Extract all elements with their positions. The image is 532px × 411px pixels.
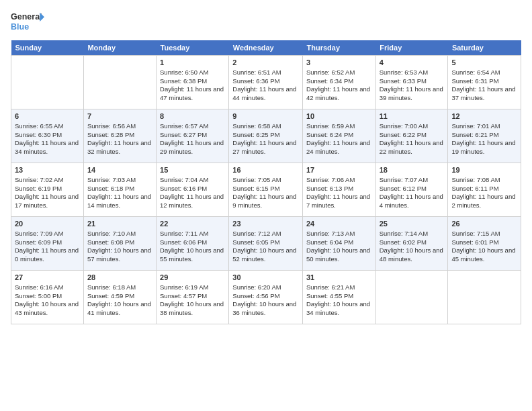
day-info: Sunset: 6:05 PM bbox=[232, 238, 299, 247]
day-number: 30 bbox=[232, 273, 299, 283]
day-info: Daylight: 11 hours and 29 minutes. bbox=[160, 139, 225, 156]
day-info: Daylight: 10 hours and 50 minutes. bbox=[306, 246, 372, 264]
day-info: Daylight: 10 hours and 55 minutes. bbox=[160, 246, 225, 264]
calendar-cell: 9Sunrise: 6:58 AMSunset: 6:25 PMDaylight… bbox=[229, 109, 303, 163]
day-number: 2 bbox=[232, 58, 299, 68]
calendar-cell: 5Sunrise: 6:54 AMSunset: 6:31 PMDaylight… bbox=[448, 56, 521, 109]
weekday-header-sunday: Sunday bbox=[11, 40, 84, 56]
day-info: Sunset: 6:34 PM bbox=[306, 77, 372, 86]
day-number: 27 bbox=[15, 273, 80, 283]
calendar-cell: 15Sunrise: 7:04 AMSunset: 6:16 PMDayligh… bbox=[157, 163, 229, 217]
day-info: Sunrise: 6:55 AM bbox=[15, 122, 80, 131]
day-info: Sunset: 6:02 PM bbox=[380, 238, 445, 247]
day-info: Daylight: 10 hours and 34 minutes. bbox=[306, 300, 372, 318]
day-number: 11 bbox=[380, 111, 445, 122]
day-number: 23 bbox=[232, 219, 299, 229]
day-info: Sunset: 6:16 PM bbox=[160, 185, 225, 193]
day-number: 28 bbox=[87, 273, 152, 283]
day-info: Sunrise: 6:51 AM bbox=[232, 68, 299, 77]
day-info: Sunrise: 6:56 AM bbox=[87, 122, 152, 131]
day-info: Daylight: 11 hours and 12 minutes. bbox=[160, 193, 225, 210]
day-info: Daylight: 10 hours and 57 minutes. bbox=[87, 246, 152, 264]
page-container: General Blue SundayMondayTuesdayWednesda… bbox=[0, 0, 532, 330]
day-info: Sunrise: 6:19 AM bbox=[160, 283, 225, 292]
header: General Blue bbox=[11, 8, 521, 35]
day-number: 5 bbox=[451, 58, 517, 68]
calendar-cell: 28Sunrise: 6:18 AMSunset: 4:59 PMDayligh… bbox=[83, 271, 156, 324]
weekday-header-saturday: Saturday bbox=[448, 40, 521, 56]
calendar-cell: 12Sunrise: 7:01 AMSunset: 6:21 PMDayligh… bbox=[448, 109, 521, 163]
day-number: 17 bbox=[306, 165, 372, 175]
day-info: Sunrise: 6:52 AM bbox=[306, 68, 372, 77]
day-info: Sunrise: 7:14 AM bbox=[380, 230, 445, 238]
day-number: 26 bbox=[451, 219, 517, 229]
week-row-4: 20Sunrise: 7:09 AMSunset: 6:09 PMDayligh… bbox=[11, 217, 521, 271]
day-info: Sunrise: 7:11 AM bbox=[160, 230, 225, 238]
day-number: 24 bbox=[306, 219, 372, 229]
day-info: Daylight: 11 hours and 37 minutes. bbox=[451, 85, 517, 103]
day-info: Daylight: 11 hours and 14 minutes. bbox=[87, 193, 152, 210]
calendar-cell: 1Sunrise: 6:50 AMSunset: 6:38 PMDaylight… bbox=[157, 56, 229, 109]
day-number: 7 bbox=[87, 111, 152, 122]
day-info: Daylight: 11 hours and 4 minutes. bbox=[380, 193, 445, 210]
weekday-header-wednesday: Wednesday bbox=[229, 40, 303, 56]
calendar-cell: 3Sunrise: 6:52 AMSunset: 6:34 PMDaylight… bbox=[303, 56, 376, 109]
day-info: Sunrise: 7:15 AM bbox=[451, 230, 517, 238]
day-info: Daylight: 11 hours and 19 minutes. bbox=[451, 139, 517, 156]
day-info: Sunrise: 7:12 AM bbox=[232, 230, 299, 238]
day-info: Sunset: 6:27 PM bbox=[160, 131, 225, 140]
calendar-cell: 29Sunrise: 6:19 AMSunset: 4:57 PMDayligh… bbox=[157, 271, 229, 324]
logo-svg: General Blue bbox=[11, 8, 44, 35]
day-number: 1 bbox=[160, 58, 225, 68]
day-info: Sunrise: 6:53 AM bbox=[380, 68, 445, 77]
day-info: Sunset: 5:00 PM bbox=[15, 292, 80, 301]
day-number: 25 bbox=[380, 219, 445, 229]
day-info: Sunset: 6:24 PM bbox=[306, 131, 372, 140]
day-info: Daylight: 10 hours and 48 minutes. bbox=[380, 246, 445, 264]
day-number: 10 bbox=[306, 111, 372, 122]
day-info: Sunrise: 7:00 AM bbox=[380, 122, 445, 131]
weekday-header-thursday: Thursday bbox=[303, 40, 376, 56]
day-info: Daylight: 11 hours and 32 minutes. bbox=[87, 139, 152, 156]
day-info: Sunset: 6:28 PM bbox=[87, 131, 152, 140]
day-info: Sunset: 6:25 PM bbox=[232, 131, 299, 140]
day-info: Sunrise: 6:50 AM bbox=[160, 68, 225, 77]
calendar-cell: 16Sunrise: 7:05 AMSunset: 6:15 PMDayligh… bbox=[229, 163, 303, 217]
day-info: Sunset: 6:06 PM bbox=[160, 238, 225, 247]
day-info: Sunset: 4:57 PM bbox=[160, 292, 225, 301]
day-number: 14 bbox=[87, 165, 152, 175]
day-info: Daylight: 11 hours and 34 minutes. bbox=[15, 139, 80, 156]
day-number: 20 bbox=[15, 219, 80, 229]
week-row-1: 1Sunrise: 6:50 AMSunset: 6:38 PMDaylight… bbox=[11, 56, 521, 109]
weekday-header-tuesday: Tuesday bbox=[157, 40, 229, 56]
day-info: Sunset: 6:13 PM bbox=[306, 185, 372, 193]
day-info: Sunset: 6:21 PM bbox=[451, 131, 517, 140]
calendar-cell: 24Sunrise: 7:13 AMSunset: 6:04 PMDayligh… bbox=[303, 217, 376, 271]
calendar-cell: 26Sunrise: 7:15 AMSunset: 6:01 PMDayligh… bbox=[448, 217, 521, 271]
calendar-cell: 13Sunrise: 7:02 AMSunset: 6:19 PMDayligh… bbox=[11, 163, 84, 217]
day-info: Sunset: 6:12 PM bbox=[380, 185, 445, 193]
day-info: Sunrise: 6:57 AM bbox=[160, 122, 225, 131]
day-info: Sunset: 6:31 PM bbox=[451, 77, 517, 86]
day-info: Sunrise: 7:05 AM bbox=[232, 176, 299, 185]
calendar-cell: 17Sunrise: 7:06 AMSunset: 6:13 PMDayligh… bbox=[303, 163, 376, 217]
day-info: Daylight: 10 hours and 38 minutes. bbox=[160, 300, 225, 318]
day-info: Daylight: 11 hours and 22 minutes. bbox=[380, 139, 445, 156]
week-row-3: 13Sunrise: 7:02 AMSunset: 6:19 PMDayligh… bbox=[11, 163, 521, 217]
day-info: Daylight: 11 hours and 27 minutes. bbox=[232, 139, 299, 156]
calendar-cell: 18Sunrise: 7:07 AMSunset: 6:12 PMDayligh… bbox=[375, 163, 448, 217]
weekday-header-row: SundayMondayTuesdayWednesdayThursdayFrid… bbox=[11, 40, 521, 56]
day-info: Sunset: 6:18 PM bbox=[87, 185, 152, 193]
day-info: Daylight: 11 hours and 17 minutes. bbox=[15, 193, 80, 210]
calendar-cell: 14Sunrise: 7:03 AMSunset: 6:18 PMDayligh… bbox=[83, 163, 156, 217]
day-info: Daylight: 11 hours and 24 minutes. bbox=[306, 139, 372, 156]
day-info: Sunset: 6:22 PM bbox=[380, 131, 445, 140]
day-info: Sunrise: 6:59 AM bbox=[306, 122, 372, 131]
day-number: 18 bbox=[380, 165, 445, 175]
day-info: Sunrise: 6:21 AM bbox=[306, 283, 372, 292]
day-number: 6 bbox=[15, 111, 80, 122]
day-number: 19 bbox=[451, 165, 517, 175]
day-info: Sunset: 6:01 PM bbox=[451, 238, 517, 247]
day-info: Sunrise: 7:07 AM bbox=[380, 176, 445, 185]
calendar-cell: 6Sunrise: 6:55 AMSunset: 6:30 PMDaylight… bbox=[11, 109, 84, 163]
